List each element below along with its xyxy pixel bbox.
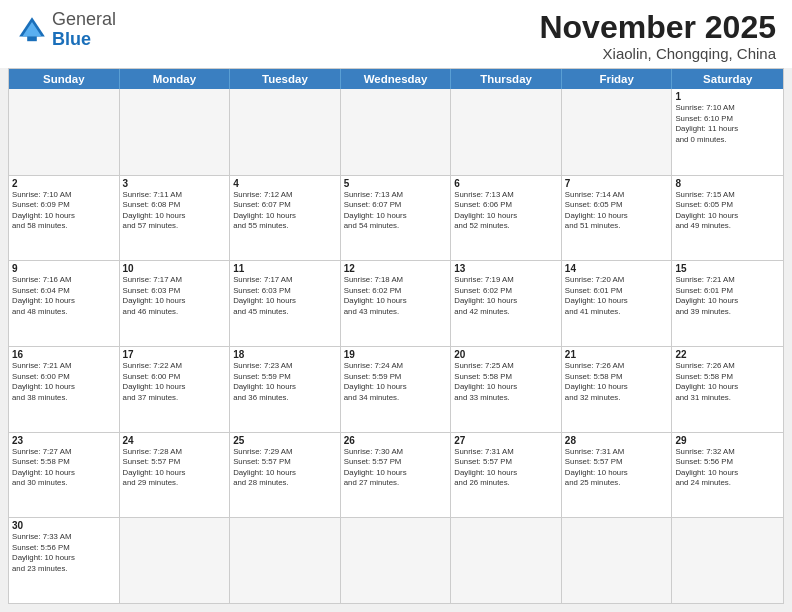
calendar-cell: 19Sunrise: 7:24 AM Sunset: 5:59 PM Dayli…	[341, 347, 452, 432]
day-number: 3	[123, 178, 227, 189]
calendar-cell: 27Sunrise: 7:31 AM Sunset: 5:57 PM Dayli…	[451, 433, 562, 518]
day-number: 22	[675, 349, 780, 360]
calendar-cell: 25Sunrise: 7:29 AM Sunset: 5:57 PM Dayli…	[230, 433, 341, 518]
calendar-cell	[451, 518, 562, 603]
calendar: SundayMondayTuesdayWednesdayThursdayFrid…	[8, 68, 784, 604]
day-info: Sunrise: 7:27 AM Sunset: 5:58 PM Dayligh…	[12, 447, 116, 489]
weekday-header: Friday	[562, 69, 673, 89]
day-number: 24	[123, 435, 227, 446]
calendar-row: 9Sunrise: 7:16 AM Sunset: 6:04 PM Daylig…	[9, 260, 783, 346]
calendar-cell	[562, 518, 673, 603]
calendar-cell: 28Sunrise: 7:31 AM Sunset: 5:57 PM Dayli…	[562, 433, 673, 518]
day-info: Sunrise: 7:24 AM Sunset: 5:59 PM Dayligh…	[344, 361, 448, 403]
weekday-header: Tuesday	[230, 69, 341, 89]
day-info: Sunrise: 7:33 AM Sunset: 5:56 PM Dayligh…	[12, 532, 116, 574]
logo-text: General Blue	[52, 10, 116, 50]
day-info: Sunrise: 7:11 AM Sunset: 6:08 PM Dayligh…	[123, 190, 227, 232]
calendar-row: 23Sunrise: 7:27 AM Sunset: 5:58 PM Dayli…	[9, 432, 783, 518]
calendar-cell: 14Sunrise: 7:20 AM Sunset: 6:01 PM Dayli…	[562, 261, 673, 346]
day-info: Sunrise: 7:26 AM Sunset: 5:58 PM Dayligh…	[565, 361, 669, 403]
calendar-cell: 3Sunrise: 7:11 AM Sunset: 6:08 PM Daylig…	[120, 176, 231, 261]
calendar-cell: 5Sunrise: 7:13 AM Sunset: 6:07 PM Daylig…	[341, 176, 452, 261]
calendar-cell: 8Sunrise: 7:15 AM Sunset: 6:05 PM Daylig…	[672, 176, 783, 261]
day-number: 27	[454, 435, 558, 446]
calendar-cell	[230, 89, 341, 175]
weekday-header: Sunday	[9, 69, 120, 89]
calendar-cell: 18Sunrise: 7:23 AM Sunset: 5:59 PM Dayli…	[230, 347, 341, 432]
calendar-cell: 16Sunrise: 7:21 AM Sunset: 6:00 PM Dayli…	[9, 347, 120, 432]
calendar-cell	[341, 89, 452, 175]
day-number: 13	[454, 263, 558, 274]
day-number: 28	[565, 435, 669, 446]
calendar-row: 2Sunrise: 7:10 AM Sunset: 6:09 PM Daylig…	[9, 175, 783, 261]
calendar-row: 30Sunrise: 7:33 AM Sunset: 5:56 PM Dayli…	[9, 517, 783, 603]
day-number: 7	[565, 178, 669, 189]
day-number: 17	[123, 349, 227, 360]
day-number: 18	[233, 349, 337, 360]
month-title: November 2025	[539, 10, 776, 45]
day-number: 4	[233, 178, 337, 189]
location: Xiaolin, Chongqing, China	[539, 45, 776, 62]
day-number: 29	[675, 435, 780, 446]
calendar-cell: 22Sunrise: 7:26 AM Sunset: 5:58 PM Dayli…	[672, 347, 783, 432]
day-info: Sunrise: 7:28 AM Sunset: 5:57 PM Dayligh…	[123, 447, 227, 489]
day-number: 23	[12, 435, 116, 446]
day-info: Sunrise: 7:21 AM Sunset: 6:00 PM Dayligh…	[12, 361, 116, 403]
day-info: Sunrise: 7:21 AM Sunset: 6:01 PM Dayligh…	[675, 275, 780, 317]
day-info: Sunrise: 7:14 AM Sunset: 6:05 PM Dayligh…	[565, 190, 669, 232]
calendar-cell	[562, 89, 673, 175]
calendar-cell	[341, 518, 452, 603]
day-number: 19	[344, 349, 448, 360]
calendar-cell	[120, 518, 231, 603]
calendar-cell: 30Sunrise: 7:33 AM Sunset: 5:56 PM Dayli…	[9, 518, 120, 603]
day-info: Sunrise: 7:10 AM Sunset: 6:09 PM Dayligh…	[12, 190, 116, 232]
day-number: 20	[454, 349, 558, 360]
calendar-cell: 7Sunrise: 7:14 AM Sunset: 6:05 PM Daylig…	[562, 176, 673, 261]
day-info: Sunrise: 7:12 AM Sunset: 6:07 PM Dayligh…	[233, 190, 337, 232]
day-info: Sunrise: 7:29 AM Sunset: 5:57 PM Dayligh…	[233, 447, 337, 489]
calendar-cell: 21Sunrise: 7:26 AM Sunset: 5:58 PM Dayli…	[562, 347, 673, 432]
logo-icon	[16, 14, 48, 46]
calendar-cell: 17Sunrise: 7:22 AM Sunset: 6:00 PM Dayli…	[120, 347, 231, 432]
day-info: Sunrise: 7:31 AM Sunset: 5:57 PM Dayligh…	[454, 447, 558, 489]
calendar-cell	[230, 518, 341, 603]
calendar-cell: 15Sunrise: 7:21 AM Sunset: 6:01 PM Dayli…	[672, 261, 783, 346]
day-info: Sunrise: 7:23 AM Sunset: 5:59 PM Dayligh…	[233, 361, 337, 403]
day-info: Sunrise: 7:22 AM Sunset: 6:00 PM Dayligh…	[123, 361, 227, 403]
calendar-cell: 1Sunrise: 7:10 AM Sunset: 6:10 PM Daylig…	[672, 89, 783, 175]
day-info: Sunrise: 7:26 AM Sunset: 5:58 PM Dayligh…	[675, 361, 780, 403]
day-info: Sunrise: 7:19 AM Sunset: 6:02 PM Dayligh…	[454, 275, 558, 317]
day-number: 5	[344, 178, 448, 189]
day-info: Sunrise: 7:16 AM Sunset: 6:04 PM Dayligh…	[12, 275, 116, 317]
calendar-cell	[451, 89, 562, 175]
day-number: 25	[233, 435, 337, 446]
calendar-cell: 10Sunrise: 7:17 AM Sunset: 6:03 PM Dayli…	[120, 261, 231, 346]
day-number: 10	[123, 263, 227, 274]
calendar-cell: 6Sunrise: 7:13 AM Sunset: 6:06 PM Daylig…	[451, 176, 562, 261]
logo-blue: Blue	[52, 29, 91, 49]
day-number: 8	[675, 178, 780, 189]
day-number: 6	[454, 178, 558, 189]
day-info: Sunrise: 7:18 AM Sunset: 6:02 PM Dayligh…	[344, 275, 448, 317]
day-number: 30	[12, 520, 116, 531]
day-number: 14	[565, 263, 669, 274]
day-number: 9	[12, 263, 116, 274]
calendar-body: 1Sunrise: 7:10 AM Sunset: 6:10 PM Daylig…	[9, 89, 783, 603]
day-info: Sunrise: 7:13 AM Sunset: 6:07 PM Dayligh…	[344, 190, 448, 232]
logo-general: General	[52, 9, 116, 29]
calendar-cell	[120, 89, 231, 175]
day-number: 1	[675, 91, 780, 102]
calendar-cell: 11Sunrise: 7:17 AM Sunset: 6:03 PM Dayli…	[230, 261, 341, 346]
day-info: Sunrise: 7:20 AM Sunset: 6:01 PM Dayligh…	[565, 275, 669, 317]
day-info: Sunrise: 7:25 AM Sunset: 5:58 PM Dayligh…	[454, 361, 558, 403]
day-info: Sunrise: 7:10 AM Sunset: 6:10 PM Dayligh…	[675, 103, 780, 145]
calendar-row: 16Sunrise: 7:21 AM Sunset: 6:00 PM Dayli…	[9, 346, 783, 432]
calendar-cell	[9, 89, 120, 175]
weekday-header: Monday	[120, 69, 231, 89]
day-info: Sunrise: 7:31 AM Sunset: 5:57 PM Dayligh…	[565, 447, 669, 489]
day-info: Sunrise: 7:15 AM Sunset: 6:05 PM Dayligh…	[675, 190, 780, 232]
calendar-cell: 26Sunrise: 7:30 AM Sunset: 5:57 PM Dayli…	[341, 433, 452, 518]
day-number: 26	[344, 435, 448, 446]
weekday-header: Wednesday	[341, 69, 452, 89]
calendar-cell: 29Sunrise: 7:32 AM Sunset: 5:56 PM Dayli…	[672, 433, 783, 518]
